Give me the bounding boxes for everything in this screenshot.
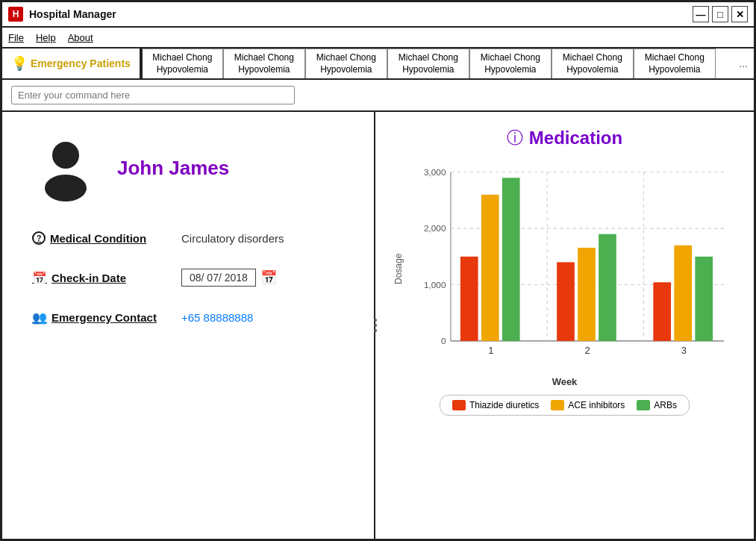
menu-help[interactable]: Help <box>36 32 56 43</box>
emergency-contact-value: +65 88888888 <box>181 311 253 324</box>
svg-rect-23 <box>695 257 713 341</box>
medication-title: Medication <box>529 128 622 148</box>
checkin-date-label: 📅 Check-in Date <box>32 271 166 285</box>
tab-0[interactable]: Michael ChongHypovolemia <box>141 49 223 78</box>
tab-6[interactable]: Michael ChongHypovolemia <box>634 49 716 78</box>
patient-header: John James <box>32 134 229 201</box>
tab-2[interactable]: Michael ChongHypovolemia <box>305 49 387 78</box>
svg-text:2,000: 2,000 <box>424 224 446 234</box>
legend-arbs-label: ARBs <box>654 400 677 410</box>
svg-rect-13 <box>460 257 478 341</box>
svg-rect-19 <box>599 234 616 341</box>
svg-text:3: 3 <box>681 345 687 356</box>
legend-thiazide-color <box>452 400 466 410</box>
tab-3[interactable]: Michael ChongHypovolemia <box>387 49 469 78</box>
medical-condition-icon: ? <box>32 231 46 245</box>
more-tabs-button[interactable]: ... <box>733 49 754 78</box>
medication-info-icon: ⓘ <box>507 127 523 149</box>
title-bar-left: H Hospital Manager <box>8 7 116 22</box>
checkin-date-row: 📅 Check-in Date 08/ 07/ 2018 📅 <box>32 269 344 287</box>
emergency-contact-row: 👥 Emergency Contact +65 88888888 <box>32 310 344 325</box>
legend-thiazide: Thiazide diuretics <box>452 400 539 410</box>
command-input[interactable] <box>11 86 295 104</box>
checkin-date-value: 08/ 07/ 2018 <box>181 269 256 287</box>
svg-text:1: 1 <box>488 345 493 356</box>
command-bar <box>2 80 754 112</box>
panel-splitter[interactable] <box>374 319 377 332</box>
main-window: H Hospital Manager — □ ✕ File Help About… <box>0 0 756 541</box>
tab-4[interactable]: Michael ChongHypovolemia <box>469 49 552 78</box>
legend-ace: ACE inhibitors <box>551 400 625 410</box>
emergency-patients-label: 💡 Emergency Patients <box>2 49 141 78</box>
svg-point-1 <box>45 175 87 201</box>
svg-text:2: 2 <box>584 345 590 356</box>
medical-condition-label: ? Medical Condition <box>32 231 166 245</box>
svg-rect-15 <box>502 178 520 341</box>
close-button[interactable]: ✕ <box>731 6 748 22</box>
patient-avatar <box>32 134 99 201</box>
maximize-button[interactable]: □ <box>712 6 728 22</box>
x-axis-label: Week <box>393 376 736 387</box>
svg-rect-14 <box>481 195 499 341</box>
tab-5[interactable]: Michael ChongHypovolemia <box>552 49 634 78</box>
menu-about[interactable]: About <box>68 32 93 43</box>
legend-ace-color <box>551 400 564 410</box>
chart-svg: 3,000 2,000 1,000 0 <box>407 164 736 373</box>
title-bar: H Hospital Manager — □ ✕ <box>2 2 754 28</box>
tabs-row: 💡 Emergency Patients Michael ChongHypovo… <box>2 49 754 80</box>
medical-condition-value: Circulatory disorders <box>181 232 284 245</box>
left-panel: John James ? Medical Condition Circulato… <box>2 112 375 539</box>
minimize-button[interactable]: — <box>693 6 709 22</box>
tab-1[interactable]: Michael ChongHypovolemia <box>223 49 305 78</box>
medical-condition-row: ? Medical Condition Circulatory disorder… <box>32 231 344 245</box>
main-content: John James ? Medical Condition Circulato… <box>2 112 754 539</box>
tabs-container: Michael ChongHypovolemia Michael ChongHy… <box>141 49 733 78</box>
right-panel: ⓘ Medication Dosage <box>375 112 754 539</box>
calendar-small-icon: 📅 <box>32 271 47 285</box>
window-controls: — □ ✕ <box>693 6 748 22</box>
medication-header: ⓘ Medication <box>393 127 736 149</box>
legend-arbs: ARBs <box>637 400 677 410</box>
svg-rect-18 <box>578 248 596 341</box>
emergency-contact-label: 👥 Emergency Contact <box>32 310 166 325</box>
svg-rect-22 <box>674 246 692 341</box>
y-axis-label: Dosage <box>393 164 404 373</box>
chart-area: Dosage 3,000 <box>393 164 736 524</box>
svg-text:3,000: 3,000 <box>424 167 446 178</box>
app-icon: H <box>8 7 23 22</box>
svg-rect-21 <box>653 282 671 341</box>
svg-point-0 <box>52 142 79 169</box>
window-title: Hospital Manager <box>29 8 116 20</box>
menu-file[interactable]: File <box>8 32 24 43</box>
legend-thiazide-label: Thiazide diuretics <box>469 400 539 410</box>
menu-bar: File Help About <box>2 28 754 49</box>
chart-legend: Thiazide diuretics ACE inhibitors ARBs <box>440 395 690 416</box>
legend-arbs-color <box>637 400 650 410</box>
patient-info: ? Medical Condition Circulatory disorder… <box>32 231 344 325</box>
svg-text:0: 0 <box>441 336 446 346</box>
patient-name: John James <box>117 157 229 180</box>
legend-ace-label: ACE inhibitors <box>568 400 625 410</box>
chart-inner: 3,000 2,000 1,000 0 <box>407 164 736 373</box>
contact-icon: 👥 <box>32 310 47 325</box>
svg-rect-17 <box>557 263 575 342</box>
checkin-date-field: 08/ 07/ 2018 📅 <box>181 269 277 287</box>
svg-text:1,000: 1,000 <box>424 280 446 290</box>
calendar-picker-icon[interactable]: 📅 <box>260 269 277 286</box>
emergency-icon: 💡 <box>11 55 28 72</box>
chart-wrapper: Dosage 3,000 <box>393 164 736 373</box>
